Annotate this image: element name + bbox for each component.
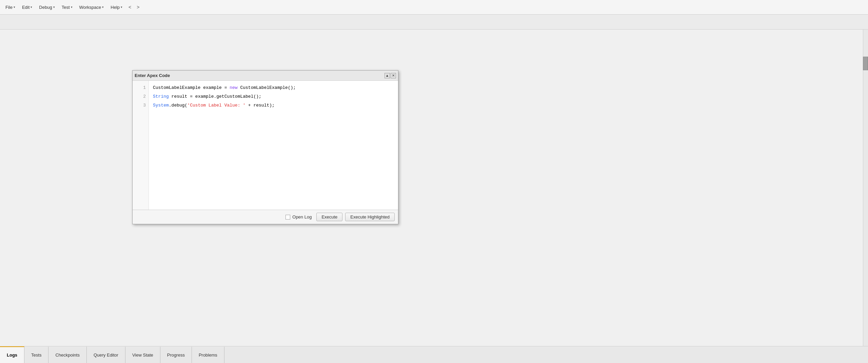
code-area[interactable]: CustomLabelExample example = new CustomL…: [149, 81, 398, 210]
tab-logs-label: Logs: [7, 352, 17, 358]
dialog-titlebar: Enter Apex Code ▲ ✕: [133, 71, 398, 81]
menu-file-arrow: ▾: [14, 5, 15, 9]
open-log-checkbox[interactable]: [285, 215, 290, 219]
line-numbers: 1 2 3: [133, 81, 149, 210]
toolbar-area: [0, 15, 868, 30]
dialog-footer: Open Log Execute Execute Highlighted: [133, 210, 398, 224]
menu-test[interactable]: Test ▾: [59, 3, 75, 11]
menu-edit-label: Edit: [22, 5, 29, 10]
menu-edit[interactable]: Edit ▾: [19, 3, 35, 11]
right-scrollbar[interactable]: [863, 30, 868, 346]
menu-help-label: Help: [111, 5, 120, 10]
menu-debug-label: Debug: [39, 5, 52, 10]
tab-tests[interactable]: Tests: [24, 346, 48, 363]
menu-file-label: File: [5, 5, 13, 10]
main-content: Enter Apex Code ▲ ✕ 1 2 3 CustomLabelExa…: [0, 30, 868, 346]
code-line-1: CustomLabelExample example = new CustomL…: [153, 83, 394, 92]
line-number-3: 3: [133, 101, 149, 110]
menu-workspace-arrow: ▾: [102, 5, 104, 9]
tab-view-state-label: View State: [132, 352, 153, 358]
line-number-2: 2: [133, 92, 149, 101]
tab-problems[interactable]: Problems: [192, 346, 224, 363]
code-line-3: System.debug('Custom Label Value: ' + re…: [153, 101, 394, 110]
tab-progress-label: Progress: [167, 352, 185, 358]
tab-checkpoints-label: Checkpoints: [55, 352, 80, 358]
dialog-title: Enter Apex Code: [135, 73, 170, 78]
open-log-area: Open Log: [285, 214, 312, 219]
open-log-label: Open Log: [292, 214, 312, 219]
menu-edit-arrow: ▾: [31, 5, 32, 9]
code-editor[interactable]: 1 2 3 CustomLabelExample example = new C…: [133, 81, 398, 210]
menu-test-label: Test: [62, 5, 70, 10]
tab-query-editor-label: Query Editor: [94, 352, 118, 358]
nav-forward-button[interactable]: >: [135, 4, 141, 11]
apex-code-dialog: Enter Apex Code ▲ ✕ 1 2 3 CustomLabelExa…: [132, 70, 398, 224]
menu-bar: File ▾ Edit ▾ Debug ▾ Test ▾ Workspace ▾…: [0, 0, 868, 15]
menu-debug[interactable]: Debug ▾: [36, 3, 57, 11]
tab-problems-label: Problems: [199, 352, 217, 358]
menu-help[interactable]: Help ▾: [108, 3, 125, 11]
menu-test-arrow: ▾: [71, 5, 73, 9]
dialog-minimize-button[interactable]: ▲: [384, 73, 390, 78]
execute-button[interactable]: Execute: [316, 213, 342, 221]
tab-logs[interactable]: Logs: [0, 346, 24, 363]
tab-checkpoints[interactable]: Checkpoints: [48, 346, 87, 363]
bottom-tab-bar: Logs Tests Checkpoints Query Editor View…: [0, 346, 868, 363]
tab-tests-label: Tests: [31, 352, 41, 358]
menu-help-arrow: ▾: [121, 5, 122, 9]
menu-workspace-label: Workspace: [79, 5, 101, 10]
code-line-2: String result = example.getCustomLabel()…: [153, 92, 394, 101]
line-number-1: 1: [133, 83, 149, 92]
nav-back-button[interactable]: <: [126, 4, 133, 11]
tab-view-state[interactable]: View State: [125, 346, 160, 363]
dialog-close-button[interactable]: ✕: [391, 73, 396, 78]
menu-file[interactable]: File ▾: [3, 3, 18, 11]
scrollbar-thumb[interactable]: [863, 57, 868, 70]
tab-progress[interactable]: Progress: [160, 346, 192, 363]
menu-debug-arrow: ▾: [53, 5, 55, 9]
tab-query-editor[interactable]: Query Editor: [87, 346, 125, 363]
menu-workspace[interactable]: Workspace ▾: [77, 3, 107, 11]
dialog-controls: ▲ ✕: [384, 73, 396, 78]
execute-highlighted-button[interactable]: Execute Highlighted: [345, 213, 395, 221]
